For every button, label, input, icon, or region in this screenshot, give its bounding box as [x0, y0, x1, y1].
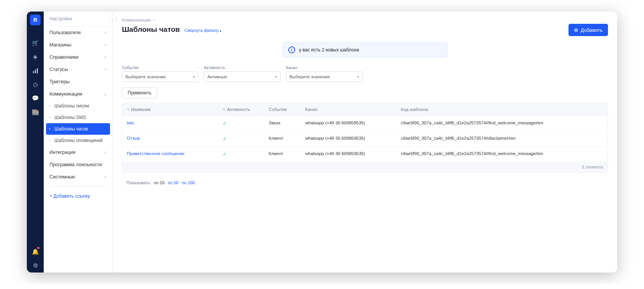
app-logo[interactable]: R	[30, 15, 41, 25]
secnav-subitem[interactable]: •Шаблоны SMS	[44, 112, 112, 123]
info-icon: i	[288, 46, 295, 53]
add-link-button[interactable]: + Добавить ссылку	[44, 190, 112, 203]
filter-channel-label: Канал	[286, 65, 363, 70]
row-active: ✓	[218, 131, 264, 146]
row-event: Клиент	[264, 147, 301, 162]
gear-icon[interactable]: ⚙	[27, 259, 44, 272]
secnav-item[interactable]: Программа лояльности	[44, 159, 112, 171]
pager-option[interactable]: по 20	[154, 180, 164, 185]
chevron-icon: ▾	[105, 55, 107, 59]
target-icon[interactable]: ◈	[27, 50, 44, 64]
row-name-link[interactable]: Приветственное сообщение	[122, 147, 218, 162]
chevron-icon: ▾	[105, 68, 107, 71]
row-name-link[interactable]: tets	[122, 116, 218, 131]
secondary-nav: Настройки Пользователи▾Магазины▾Справочн…	[44, 12, 113, 272]
row-channel: whatsapp (+49 30 609859535)	[301, 116, 396, 131]
col-event-header: Событие	[264, 103, 301, 116]
cart-icon[interactable]: 🛒	[27, 36, 44, 50]
chevron-icon: ▾	[105, 175, 107, 179]
info-banner: i у вас есть 2 новых шаблона	[283, 42, 447, 58]
icon-rail: R 🛒 ◈ ◷ 💬 🏬 🔔 ⚙	[27, 12, 44, 272]
table-row: Отзыв ✓ Клиент whatsapp (+49 30 60985953…	[122, 131, 608, 147]
row-code: c8ae5f90_307a_ca4c_b8f6_d1e2a2573574#fir…	[396, 116, 608, 131]
col-code-header: Код шаблона	[396, 103, 608, 116]
store-icon[interactable]: 🏬	[27, 105, 44, 119]
table-row: Приветственное сообщение ✓ Клиент whatsa…	[122, 147, 608, 162]
filter-activity-select[interactable]: Активные	[204, 71, 281, 82]
row-code: c8ae5f90_307a_ca4c_b8f6_d1e2a2573574#fir…	[396, 147, 608, 162]
secnav-item[interactable]: Статусы▾	[44, 63, 112, 76]
col-activity-header[interactable]: ⇅Активность	[218, 103, 264, 116]
secnav-item[interactable]: Пользователи▾	[44, 26, 112, 39]
templates-table: ⇅Название ⇅Активность Событие Канал Код …	[122, 103, 608, 173]
pager-option[interactable]: по 100	[182, 180, 195, 185]
secnav-subitem[interactable]: •Шаблоны писем	[44, 100, 112, 112]
stats-icon[interactable]	[27, 64, 44, 78]
row-name-link[interactable]: Отзыв	[122, 131, 218, 146]
secnav-item[interactable]: Справочники▾	[44, 51, 112, 63]
svg-rect-1	[35, 69, 36, 73]
chevron-icon: ▴	[105, 92, 107, 96]
secnav-subitem[interactable]: •Шаблоны чатов	[46, 123, 110, 135]
filter-activity-label: Активность	[204, 65, 281, 70]
chat-icon[interactable]: 💬	[27, 91, 44, 105]
secnav-subitem[interactable]: •Шаблоны оповещений	[44, 135, 112, 146]
col-channel-header: Канал	[301, 103, 396, 116]
row-code: c8ae5f90_307a_ca4c_b8f6_d1e2a2573574#dis…	[396, 131, 608, 146]
chevron-icon: ▾	[105, 150, 107, 154]
chevron-icon: ▾	[105, 43, 107, 47]
table-row: tets ✓ Заказ whatsapp (+49 30 609859535)…	[122, 116, 608, 131]
pager-label: Показывать:	[127, 180, 151, 185]
bell-icon[interactable]: 🔔	[27, 245, 44, 259]
clock-icon[interactable]: ◷	[27, 78, 44, 91]
pager: Показывать: по 20 / по 50 / по 100	[122, 177, 608, 189]
check-icon: ✓	[223, 136, 227, 142]
chevron-icon: ▾	[105, 31, 107, 35]
check-icon: ✓	[223, 151, 227, 157]
secnav-item[interactable]: Триггеры	[44, 76, 112, 88]
filter-channel-select[interactable]: Выберите значение	[286, 71, 363, 82]
filter-toggle[interactable]: Свернуть фильтр	[184, 28, 221, 33]
breadcrumb[interactable]: Коммуникации →	[122, 18, 608, 22]
pager-option[interactable]: по 50	[168, 180, 178, 185]
filter-event-select[interactable]: Выберите значение	[122, 71, 199, 82]
secnav-item[interactable]: Интеграция▾	[44, 146, 112, 159]
add-button[interactable]: Добавить	[568, 24, 608, 36]
row-event: Клиент	[264, 131, 301, 146]
row-event: Заказ	[264, 116, 301, 131]
collapse-nav-button[interactable]: ‹	[109, 15, 117, 23]
page-title: Шаблоны чатов	[122, 25, 180, 34]
secnav-item[interactable]: Системные▾	[44, 171, 112, 183]
row-active: ✓	[218, 147, 264, 162]
secnav-item[interactable]: Магазины▾	[44, 39, 112, 51]
secondary-nav-title: Настройки	[44, 12, 112, 26]
filter-event-label: Событие	[122, 65, 199, 70]
row-channel: whatsapp (+49 30 609859535)	[301, 147, 396, 162]
check-icon: ✓	[223, 121, 227, 126]
svg-rect-0	[33, 71, 34, 73]
notification-dot	[37, 247, 39, 249]
col-name-header[interactable]: ⇅Название	[122, 103, 218, 116]
secnav-item[interactable]: Коммуникации▴	[44, 88, 112, 100]
row-active: ✓	[218, 116, 264, 131]
apply-button[interactable]: Применить	[122, 88, 157, 98]
svg-rect-2	[37, 68, 38, 73]
banner-text: у вас есть 2 новых шаблона	[299, 47, 359, 53]
table-total: 3 элемента	[122, 162, 608, 172]
row-channel: whatsapp (+49 30 609859535)	[301, 131, 396, 146]
main-content: Коммуникации → Шаблоны чатов Свернуть фи…	[113, 12, 617, 272]
